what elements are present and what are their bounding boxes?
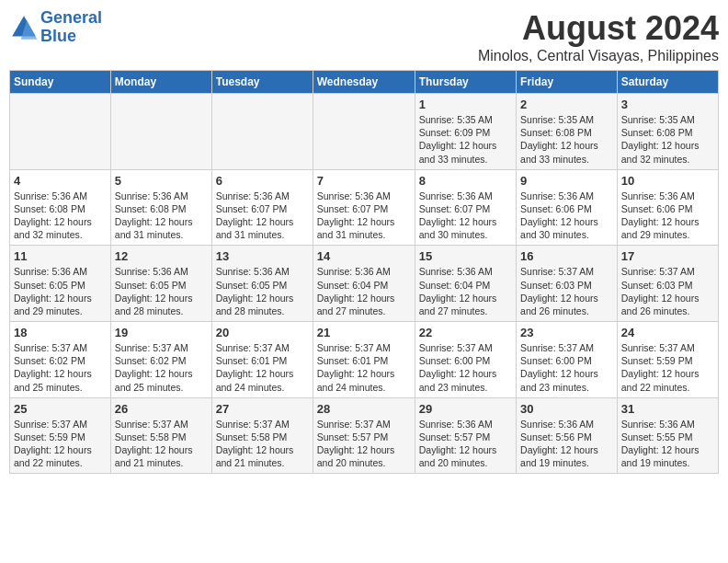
day-detail: Sunrise: 5:37 AMSunset: 6:03 PMDaylight:…	[621, 265, 714, 317]
weekday-header: Saturday	[617, 71, 718, 94]
calendar-cell: 24Sunrise: 5:37 AMSunset: 5:59 PMDayligh…	[617, 322, 718, 398]
page-subtitle: Minolos, Central Visayas, Philippines	[478, 48, 719, 64]
day-number: 13	[216, 249, 309, 263]
weekday-header: Monday	[110, 71, 211, 94]
calendar-cell	[211, 94, 313, 170]
day-number: 22	[419, 326, 512, 339]
calendar-cell: 6Sunrise: 5:36 AMSunset: 6:07 PMDaylight…	[211, 169, 313, 246]
calendar-cell: 3Sunrise: 5:35 AMSunset: 6:08 PMDaylight…	[617, 94, 718, 170]
day-number: 1	[419, 98, 512, 111]
day-detail: Sunrise: 5:36 AMSunset: 6:08 PMDaylight:…	[115, 190, 208, 242]
day-number: 27	[216, 402, 309, 416]
day-number: 30	[520, 402, 613, 416]
day-number: 5	[115, 174, 208, 188]
day-detail: Sunrise: 5:36 AMSunset: 6:05 PMDaylight:…	[216, 265, 309, 317]
calendar-week-row: 1Sunrise: 5:35 AMSunset: 6:09 PMDaylight…	[10, 94, 719, 170]
day-number: 15	[419, 249, 512, 263]
calendar-cell: 7Sunrise: 5:36 AMSunset: 6:07 PMDaylight…	[313, 169, 415, 246]
day-detail: Sunrise: 5:37 AMSunset: 6:02 PMDaylight:…	[14, 341, 107, 394]
day-number: 20	[216, 326, 309, 339]
day-number: 4	[14, 174, 107, 188]
day-detail: Sunrise: 5:36 AMSunset: 6:05 PMDaylight:…	[115, 265, 208, 317]
day-detail: Sunrise: 5:36 AMSunset: 6:06 PMDaylight:…	[520, 190, 613, 242]
day-number: 16	[520, 249, 613, 263]
weekday-header: Sunday	[10, 71, 111, 94]
calendar-cell: 17Sunrise: 5:37 AMSunset: 6:03 PMDayligh…	[617, 246, 718, 322]
day-number: 19	[115, 326, 208, 339]
day-number: 18	[14, 326, 107, 339]
calendar-cell: 14Sunrise: 5:36 AMSunset: 6:04 PMDayligh…	[313, 246, 415, 322]
day-detail: Sunrise: 5:36 AMSunset: 6:08 PMDaylight:…	[14, 190, 107, 242]
day-number: 6	[216, 174, 309, 188]
day-detail: Sunrise: 5:36 AMSunset: 5:57 PMDaylight:…	[419, 418, 512, 470]
day-number: 3	[621, 98, 714, 111]
day-detail: Sunrise: 5:36 AMSunset: 6:07 PMDaylight:…	[317, 190, 411, 242]
day-detail: Sunrise: 5:36 AMSunset: 5:56 PMDaylight:…	[520, 418, 613, 470]
day-detail: Sunrise: 5:37 AMSunset: 6:00 PMDaylight:…	[419, 341, 512, 394]
weekday-header: Wednesday	[313, 71, 415, 94]
day-number: 25	[14, 402, 107, 416]
day-detail: Sunrise: 5:36 AMSunset: 5:55 PMDaylight:…	[621, 418, 714, 470]
logo-icon	[9, 13, 39, 42]
calendar-cell: 31Sunrise: 5:36 AMSunset: 5:55 PMDayligh…	[617, 397, 718, 474]
calendar-cell: 1Sunrise: 5:35 AMSunset: 6:09 PMDaylight…	[415, 94, 516, 170]
day-number: 28	[317, 402, 411, 416]
calendar-cell	[313, 94, 415, 170]
day-number: 31	[621, 402, 714, 416]
day-detail: Sunrise: 5:36 AMSunset: 6:05 PMDaylight:…	[14, 265, 107, 317]
day-detail: Sunrise: 5:36 AMSunset: 6:04 PMDaylight:…	[317, 265, 411, 317]
calendar-cell: 16Sunrise: 5:37 AMSunset: 6:03 PMDayligh…	[517, 246, 618, 322]
calendar-table: SundayMondayTuesdayWednesdayThursdayFrid…	[9, 70, 719, 474]
day-detail: Sunrise: 5:37 AMSunset: 5:59 PMDaylight:…	[621, 341, 714, 394]
calendar-cell	[110, 94, 211, 170]
calendar-cell: 28Sunrise: 5:37 AMSunset: 5:57 PMDayligh…	[313, 397, 415, 474]
day-detail: Sunrise: 5:36 AMSunset: 6:06 PMDaylight:…	[621, 190, 714, 242]
day-detail: Sunrise: 5:37 AMSunset: 5:59 PMDaylight:…	[14, 418, 107, 470]
day-detail: Sunrise: 5:36 AMSunset: 6:07 PMDaylight:…	[419, 190, 512, 242]
calendar-cell: 25Sunrise: 5:37 AMSunset: 5:59 PMDayligh…	[10, 397, 111, 474]
day-number: 11	[14, 249, 107, 263]
calendar-cell: 23Sunrise: 5:37 AMSunset: 6:00 PMDayligh…	[517, 322, 618, 398]
calendar-week-row: 25Sunrise: 5:37 AMSunset: 5:59 PMDayligh…	[10, 397, 719, 474]
day-number: 26	[115, 402, 208, 416]
calendar-cell: 26Sunrise: 5:37 AMSunset: 5:58 PMDayligh…	[110, 397, 211, 474]
day-number: 14	[317, 249, 411, 263]
calendar-cell: 15Sunrise: 5:36 AMSunset: 6:04 PMDayligh…	[415, 246, 516, 322]
calendar-cell: 11Sunrise: 5:36 AMSunset: 6:05 PMDayligh…	[10, 246, 111, 322]
day-detail: Sunrise: 5:37 AMSunset: 6:00 PMDaylight:…	[520, 341, 613, 394]
day-number: 17	[621, 249, 714, 263]
logo: General Blue	[9, 9, 102, 46]
calendar-cell: 9Sunrise: 5:36 AMSunset: 6:06 PMDaylight…	[517, 169, 618, 246]
day-number: 7	[317, 174, 411, 188]
calendar-cell: 27Sunrise: 5:37 AMSunset: 5:58 PMDayligh…	[211, 397, 313, 474]
day-detail: Sunrise: 5:35 AMSunset: 6:08 PMDaylight:…	[621, 113, 714, 166]
page-title: August 2024	[478, 9, 719, 48]
day-number: 21	[317, 326, 411, 339]
day-number: 8	[419, 174, 512, 188]
logo-text: General Blue	[40, 9, 102, 46]
day-detail: Sunrise: 5:37 AMSunset: 6:01 PMDaylight:…	[317, 341, 411, 394]
day-number: 29	[419, 402, 512, 416]
header-row: SundayMondayTuesdayWednesdayThursdayFrid…	[10, 71, 719, 94]
day-detail: Sunrise: 5:35 AMSunset: 6:08 PMDaylight:…	[520, 113, 613, 166]
day-detail: Sunrise: 5:37 AMSunset: 5:57 PMDaylight:…	[317, 418, 411, 470]
day-number: 23	[520, 326, 613, 339]
day-detail: Sunrise: 5:37 AMSunset: 6:01 PMDaylight:…	[216, 341, 309, 394]
calendar-cell: 19Sunrise: 5:37 AMSunset: 6:02 PMDayligh…	[110, 322, 211, 398]
calendar-cell: 29Sunrise: 5:36 AMSunset: 5:57 PMDayligh…	[415, 397, 516, 474]
calendar-cell: 8Sunrise: 5:36 AMSunset: 6:07 PMDaylight…	[415, 169, 516, 246]
day-detail: Sunrise: 5:35 AMSunset: 6:09 PMDaylight:…	[419, 113, 512, 166]
calendar-cell	[10, 94, 111, 170]
weekday-header: Thursday	[415, 71, 516, 94]
calendar-cell: 10Sunrise: 5:36 AMSunset: 6:06 PMDayligh…	[617, 169, 718, 246]
weekday-header: Tuesday	[211, 71, 313, 94]
day-number: 2	[520, 98, 613, 111]
calendar-week-row: 4Sunrise: 5:36 AMSunset: 6:08 PMDaylight…	[10, 169, 719, 246]
day-number: 24	[621, 326, 714, 339]
day-detail: Sunrise: 5:36 AMSunset: 6:04 PMDaylight:…	[419, 265, 512, 317]
calendar-cell: 2Sunrise: 5:35 AMSunset: 6:08 PMDaylight…	[517, 94, 618, 170]
calendar-cell: 21Sunrise: 5:37 AMSunset: 6:01 PMDayligh…	[313, 322, 415, 398]
calendar-cell: 12Sunrise: 5:36 AMSunset: 6:05 PMDayligh…	[110, 246, 211, 322]
calendar-cell: 5Sunrise: 5:36 AMSunset: 6:08 PMDaylight…	[110, 169, 211, 246]
day-number: 9	[520, 174, 613, 188]
